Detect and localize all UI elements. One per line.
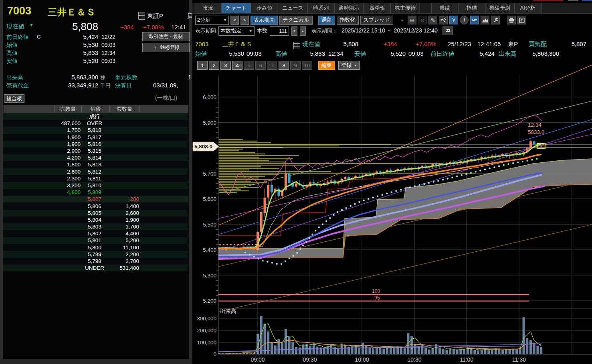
order-book-row[interactable]: 5,8031,700	[3, 223, 188, 230]
tab-業績[interactable]: 業績	[431, 3, 459, 13]
count-label: 本数	[257, 27, 267, 34]
count-increment[interactable]: ▲	[300, 26, 306, 36]
edit-button[interactable]: 編集	[318, 61, 335, 70]
print-icon[interactable]	[507, 16, 516, 24]
sell-qty: 4,200	[3, 155, 81, 161]
row-time: 12/22	[101, 34, 115, 40]
order-book-row[interactable]: 3,3005,810	[3, 182, 188, 189]
settings-wrench-icon[interactable]	[491, 16, 500, 24]
volume-label[interactable]: 出来高	[6, 74, 23, 81]
preset-button-9[interactable]: 9	[290, 61, 301, 70]
order-book-row[interactable]: 5,807200	[3, 196, 188, 202]
price-level: 5,807	[81, 196, 109, 202]
preset-button-7[interactable]: 7	[267, 61, 277, 70]
trade-notice-button[interactable]: 取引注意・規制	[142, 32, 190, 41]
trend-cursor-icon[interactable]	[439, 16, 448, 24]
turnover-label[interactable]: 売買代金	[6, 82, 29, 89]
tab-指標[interactable]: 指標	[459, 3, 485, 13]
tab-ニュース[interactable]: ニュース	[278, 3, 308, 13]
add-watchlist-button[interactable]: ＋ 銘柄登録	[142, 43, 190, 52]
yen-scale-icon[interactable]: ¥	[449, 16, 458, 24]
order-book-row[interactable]: 5,7992,200	[3, 251, 188, 258]
register-button[interactable]: 登録▼	[338, 61, 360, 70]
order-book-row[interactable]: 5,8015,200	[3, 237, 188, 244]
order-book-row[interactable]: 5,80011,100	[3, 244, 188, 251]
crosshair-icon[interactable]: ＋	[398, 16, 406, 24]
popout-window-icon[interactable]	[517, 16, 526, 24]
composite-board-button[interactable]: 複合板	[4, 94, 24, 103]
order-book-row[interactable]: 5,8041,900	[3, 216, 188, 223]
chart-panel: 市況チャート歩み値ニュース時系列適時開示四季報株主優待業績指標業績予測AI分析 …	[192, 0, 592, 364]
unit-shares-label[interactable]: 単元株数	[115, 74, 137, 81]
order-book-row[interactable]: 1,7005,818	[3, 127, 188, 133]
order-book-row[interactable]: 2,6005,812	[3, 168, 188, 175]
buy-qty: 1,400	[109, 203, 139, 209]
tab-歩み値[interactable]: 歩み値	[251, 3, 278, 13]
tab-市況[interactable]: 市況	[195, 3, 222, 13]
spread-mode-button[interactable]: スプレッド	[360, 16, 394, 25]
preset-button-2[interactable]: 2	[209, 61, 219, 70]
display-period-button[interactable]: 表示期間	[251, 16, 278, 25]
info-icon[interactable]: i	[460, 16, 469, 24]
preset-button-6[interactable]: 6	[255, 61, 266, 70]
period-label: 表示期間	[195, 27, 216, 34]
order-book-row[interactable]: 1,8005,813	[3, 161, 188, 168]
preset-button-5[interactable]: 5	[244, 61, 254, 70]
indexed-mode-button[interactable]: 指数化	[337, 16, 359, 25]
reset-range-icon[interactable]	[442, 26, 453, 35]
settlement-label[interactable]: 決算日	[115, 82, 132, 89]
order-book-row[interactable]: 成行	[3, 113, 188, 120]
prev-button[interactable]: ＜	[230, 16, 239, 25]
order-book-row[interactable]: 4,6005,809	[3, 189, 188, 196]
order-book-row[interactable]: UNDER531,400	[3, 265, 188, 271]
chart-current: 5,808	[334, 40, 358, 47]
tab-業績予測[interactable]: 業績予測	[485, 3, 515, 13]
tab-チャート[interactable]: チャート	[222, 3, 251, 13]
preset-button-3[interactable]: 3	[220, 61, 231, 70]
order-book-row[interactable]: 5,7982,700	[3, 258, 188, 265]
buy-qty-header: 買数量	[110, 105, 139, 113]
order-book-row[interactable]: 4,2005,814	[3, 154, 188, 161]
preset-button-8[interactable]: 8	[279, 61, 289, 70]
my-chart-icon[interactable]: MY	[470, 16, 479, 24]
zoom-out-icon[interactable]: ⊖	[418, 16, 427, 24]
buy-qty: 2,200	[109, 251, 139, 257]
low-value: 5,520	[382, 50, 406, 57]
order-book-row[interactable]: 1,9005,816	[3, 141, 188, 148]
buy-qty: 5,200	[109, 237, 139, 243]
row-label: 安値	[6, 58, 18, 65]
preset-button-1[interactable]: 1	[197, 61, 208, 70]
preset-button-4[interactable]: 4	[232, 61, 242, 70]
normal-mode-button[interactable]: 通常	[318, 16, 335, 25]
row-flag: C	[37, 34, 40, 40]
price-level: 5,815	[81, 148, 109, 154]
count-mode-select[interactable]: 本数指定▼	[218, 26, 255, 36]
order-book-row[interactable]: 487,600OVER	[3, 120, 188, 127]
quote-time: 12:41	[171, 24, 186, 30]
order-book-row[interactable]: 2,3005,811	[3, 175, 188, 182]
tab-時系列[interactable]: 時系列	[308, 3, 335, 13]
technical-button[interactable]: テクニカル	[279, 16, 313, 25]
order-book-row[interactable]: 2,9005,815	[3, 148, 188, 154]
count-decrement[interactable]: ▼	[291, 26, 297, 36]
order-book-row[interactable]: 5,8052,600	[3, 210, 188, 216]
zoom-in-icon[interactable]: ⊕	[408, 16, 416, 24]
tab-四季報[interactable]: 四季報	[364, 3, 391, 13]
buy-qty: 531,400	[109, 265, 139, 271]
order-book-row[interactable]: 1,9005,817	[3, 134, 188, 141]
price-level: 5,813	[81, 162, 109, 168]
draw-pencil-icon[interactable]: ✎	[428, 16, 437, 24]
tab-AI分析[interactable]: AI分析	[515, 3, 541, 13]
order-book-row[interactable]: 5,8024,400	[3, 230, 188, 237]
chart-stock-code: 7003	[195, 40, 208, 47]
preset-button-10[interactable]: 10	[302, 61, 312, 70]
tab-適時開示[interactable]: 適時開示	[335, 3, 364, 13]
timeframe-select[interactable]: 2分足▼	[195, 16, 229, 25]
next-button[interactable]: ＞	[240, 16, 249, 25]
tab-株主優待[interactable]: 株主優待	[391, 3, 420, 13]
mountain-chart-icon[interactable]	[481, 16, 489, 24]
bar-count-input[interactable]: 111	[270, 26, 289, 36]
order-book-row[interactable]: 5,8061,400	[3, 202, 188, 209]
bid-label: 買気配	[529, 40, 547, 48]
per-share-note: (一株/口)	[155, 95, 177, 102]
